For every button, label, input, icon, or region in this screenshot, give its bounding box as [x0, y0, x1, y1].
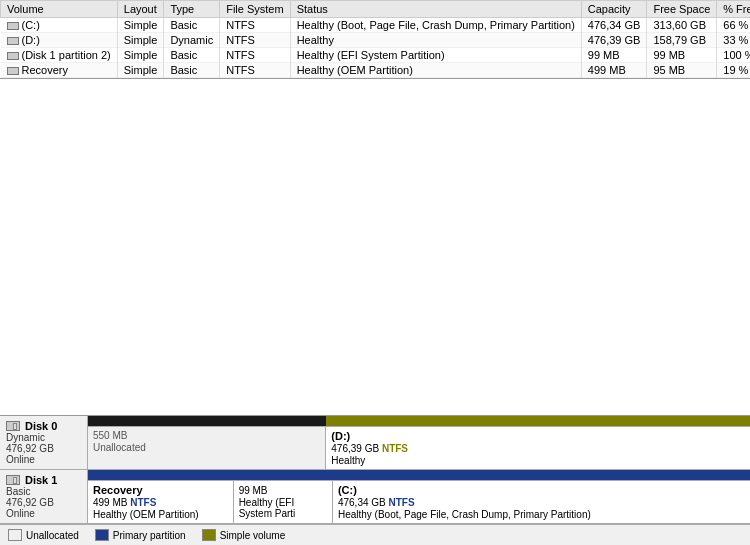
cell-status: Healthy (OEM Partition)	[290, 63, 581, 78]
table-row[interactable]: (Disk 1 partition 2) Simple Basic NTFS H…	[1, 48, 751, 63]
disk0-partitions: 550 MB Unallocated (D:) 476,39 GB NTFS H…	[88, 426, 750, 469]
cell-capacity: 99 MB	[581, 48, 647, 63]
disk0-partition-unallocated[interactable]: 550 MB Unallocated	[88, 427, 326, 469]
disk0-d-name: (D:)	[331, 430, 745, 442]
col-header-type[interactable]: Type	[164, 1, 220, 18]
disk1-label: Disk 1 Basic 476,92 GB Online	[0, 470, 88, 523]
empty-middle-area	[0, 79, 750, 415]
disk1-capacity: 476,92 GB	[6, 497, 81, 508]
cell-freespace: 95 MB	[647, 63, 717, 78]
cell-capacity: 499 MB	[581, 63, 647, 78]
legend-simple-label: Simple volume	[220, 530, 286, 541]
cell-status: Healthy	[290, 33, 581, 48]
legend-simple: Simple volume	[202, 529, 286, 541]
cell-type: Basic	[164, 48, 220, 63]
disk1-bar	[88, 470, 750, 480]
col-header-volume[interactable]: Volume	[1, 1, 118, 18]
disk0-status: Online	[6, 454, 81, 465]
disk0-unalloc-size: 550 MB	[93, 430, 320, 441]
cell-filesystem: NTFS	[220, 33, 290, 48]
disk1-row: Disk 1 Basic 476,92 GB Online Recovery 4…	[0, 470, 750, 524]
cell-layout: Simple	[117, 18, 164, 33]
disk0-type: Dynamic	[6, 432, 81, 443]
disk0-bar-simple	[326, 416, 750, 426]
disk0-label: Disk 0 Dynamic 476,92 GB Online	[0, 416, 88, 469]
cell-filesystem: NTFS	[220, 48, 290, 63]
disk1-efi-status: Healthy (EFI System Parti	[239, 497, 327, 519]
cell-type: Basic	[164, 63, 220, 78]
legend-primary: Primary partition	[95, 529, 186, 541]
disk1-status: Online	[6, 508, 81, 519]
legend-unallocated-box	[8, 529, 22, 541]
col-header-freespace[interactable]: Free Space	[647, 1, 717, 18]
cell-pctfree: 33 %	[717, 33, 750, 48]
cell-volume: (D:)	[1, 33, 118, 48]
disk1-name: Disk 1	[6, 474, 81, 486]
col-header-layout[interactable]: Layout	[117, 1, 164, 18]
table-row[interactable]: Recovery Simple Basic NTFS Healthy (OEM …	[1, 63, 751, 78]
disk1-recovery-name: Recovery	[93, 484, 228, 496]
cell-type: Dynamic	[164, 33, 220, 48]
disk1-type: Basic	[6, 486, 81, 497]
disk1-drive-icon	[6, 475, 20, 485]
legend-unallocated: Unallocated	[8, 529, 79, 541]
cell-layout: Simple	[117, 48, 164, 63]
cell-volume: (Disk 1 partition 2)	[1, 48, 118, 63]
cell-status: Healthy (Boot, Page File, Crash Dump, Pr…	[290, 18, 581, 33]
disk0-d-detail: 476,39 GB NTFS	[331, 443, 745, 454]
disk0-name: Disk 0	[6, 420, 81, 432]
disk0-row: Disk 0 Dynamic 476,92 GB Online 550 MB U…	[0, 416, 750, 470]
disk1-partition-c[interactable]: (C:) 476,34 GB NTFS Healthy (Boot, Page …	[333, 481, 750, 523]
cell-pctfree: 19 %	[717, 63, 750, 78]
cell-capacity: 476,34 GB	[581, 18, 647, 33]
col-header-status[interactable]: Status	[290, 1, 581, 18]
disk1-c-name: (C:)	[338, 484, 745, 496]
disk0-drive-icon	[6, 421, 20, 431]
cell-layout: Simple	[117, 33, 164, 48]
disk0-partition-d[interactable]: (D:) 476,39 GB NTFS Healthy	[326, 427, 750, 469]
disk1-efi-detail: 99 MB	[239, 485, 327, 496]
disk1-title: Disk 1	[25, 474, 57, 486]
table-row[interactable]: (D:) Simple Dynamic NTFS Healthy 476,39 …	[1, 33, 751, 48]
disk-visualization-section: Disk 0 Dynamic 476,92 GB Online 550 MB U…	[0, 415, 750, 545]
col-header-pctfree[interactable]: % Free	[717, 1, 750, 18]
disk1-partition-recovery[interactable]: Recovery 499 MB NTFS Healthy (OEM Partit…	[88, 481, 234, 523]
disk1-c-detail: 476,34 GB NTFS	[338, 497, 745, 508]
cell-type: Basic	[164, 18, 220, 33]
volume-table-section: Volume Layout Type File System Status Ca…	[0, 0, 750, 79]
volume-table: Volume Layout Type File System Status Ca…	[0, 0, 750, 78]
disk0-capacity: 476,92 GB	[6, 443, 81, 454]
col-header-capacity[interactable]: Capacity	[581, 1, 647, 18]
disk-management-window: Volume Layout Type File System Status Ca…	[0, 0, 750, 545]
cell-freespace: 158,79 GB	[647, 33, 717, 48]
disk0-unalloc-label: Unallocated	[93, 442, 320, 453]
cell-filesystem: NTFS	[220, 63, 290, 78]
cell-freespace: 313,60 GB	[647, 18, 717, 33]
disk1-recovery-detail: 499 MB NTFS	[93, 497, 228, 508]
disk1-c-status: Healthy (Boot, Page File, Crash Dump, Pr…	[338, 509, 745, 520]
disk1-visual: Recovery 499 MB NTFS Healthy (OEM Partit…	[88, 470, 750, 523]
table-row[interactable]: (C:) Simple Basic NTFS Healthy (Boot, Pa…	[1, 18, 751, 33]
disk0-title: Disk 0	[25, 420, 57, 432]
col-header-filesystem[interactable]: File System	[220, 1, 290, 18]
disk0-d-status: Healthy	[331, 455, 745, 466]
legend-simple-box	[202, 529, 216, 541]
cell-status: Healthy (EFI System Partition)	[290, 48, 581, 63]
disk1-recovery-status: Healthy (OEM Partition)	[93, 509, 228, 520]
disk0-bar	[88, 416, 750, 426]
disk1-bar-primary	[88, 470, 750, 480]
disk0-bar-unalloc	[88, 416, 326, 426]
legend-primary-label: Primary partition	[113, 530, 186, 541]
legend-unallocated-label: Unallocated	[26, 530, 79, 541]
disk1-partition-efi[interactable]: 99 MB Healthy (EFI System Parti	[234, 481, 333, 523]
cell-filesystem: NTFS	[220, 18, 290, 33]
cell-freespace: 99 MB	[647, 48, 717, 63]
cell-capacity: 476,39 GB	[581, 33, 647, 48]
cell-volume: Recovery	[1, 63, 118, 78]
legend-primary-box	[95, 529, 109, 541]
cell-layout: Simple	[117, 63, 164, 78]
cell-volume: (C:)	[1, 18, 118, 33]
disk1-partitions: Recovery 499 MB NTFS Healthy (OEM Partit…	[88, 480, 750, 523]
disk0-visual: 550 MB Unallocated (D:) 476,39 GB NTFS H…	[88, 416, 750, 469]
cell-pctfree: 100 %	[717, 48, 750, 63]
